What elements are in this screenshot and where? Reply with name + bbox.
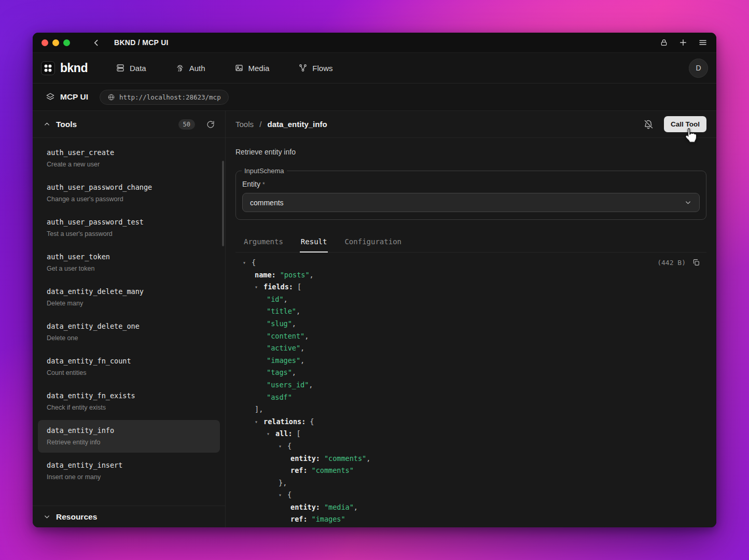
minimize-window-button[interactable] (52, 39, 59, 46)
json-str: "comments" (312, 466, 354, 474)
tool-list-item[interactable]: auth_user_password_test Test a user's pa… (38, 212, 220, 244)
tool-description: Create a new user (47, 160, 211, 169)
json-key: ref: (290, 466, 308, 474)
json-key: entity: (290, 454, 320, 463)
tool-list-item[interactable]: data_entity_insert Insert one or many (38, 455, 220, 487)
collapse-arrow-icon[interactable]: ▾ (255, 281, 263, 293)
entity-label-text: Entity (242, 180, 260, 188)
tool-name: auth_user_create (47, 148, 211, 157)
collapse-arrow-icon[interactable]: ▾ (255, 416, 263, 428)
tool-description-text: Retrieve entity info (235, 148, 706, 157)
tool-name: data_entity_delete_one (47, 322, 211, 331)
copy-icon[interactable] (692, 258, 700, 267)
tab-arguments[interactable]: Arguments (243, 232, 284, 252)
tool-list-item[interactable]: auth_user_password_change Change a user'… (38, 177, 220, 209)
nav-item-auth[interactable]: Auth (175, 63, 205, 73)
json-line: ref:"images" (243, 513, 706, 526)
nav-item-media[interactable]: Media (234, 63, 270, 73)
tools-list: auth_user_create Create a new user auth_… (33, 138, 225, 506)
tool-detail-header: Tools / data_entity_info Call Tool (226, 111, 716, 138)
json-line: entity:"comments", (243, 453, 706, 465)
json-line: }, (243, 477, 706, 489)
bell-off-icon[interactable] (643, 119, 654, 130)
json-punct: { (252, 258, 256, 267)
json-punct: [ (297, 429, 301, 438)
image-icon (234, 63, 244, 73)
tool-description: Count entities (47, 369, 211, 377)
result-tabs: Arguments Result Configuration (235, 232, 706, 253)
tool-name: data_entity_fn_exists (47, 391, 211, 400)
collapse-arrow-icon[interactable]: ▾ (279, 440, 287, 453)
chevron-down-icon (684, 199, 692, 206)
app-navbar: bknd Data Auth Media Flows (33, 53, 716, 83)
json-punct: , (300, 356, 304, 365)
breadcrumb-root[interactable]: Tools (235, 120, 254, 129)
collapse-arrow-icon[interactable]: ▾ (243, 257, 252, 269)
json-punct: { (287, 491, 292, 499)
json-line: ▾{ (243, 440, 706, 453)
breadcrumb: Tools / data_entity_info (235, 120, 327, 129)
lock-icon[interactable] (660, 38, 668, 47)
result-size-label: (442 B) (657, 259, 686, 267)
json-str: "active" (267, 344, 300, 352)
collapse-arrow-icon[interactable]: ▾ (267, 428, 275, 440)
json-line: "users_id", (243, 379, 706, 391)
json-line: ref:"comments" (243, 465, 706, 477)
mcp-url-pill[interactable]: http://localhost:28623/mcp (100, 90, 229, 105)
json-str: "tags" (267, 368, 292, 376)
json-punct: ], (255, 405, 263, 413)
json-punct: , (304, 332, 309, 340)
tool-list-item[interactable]: data_entity_info Retrieve entity info (38, 420, 220, 453)
tool-list-item[interactable]: data_entity_delete_many Delete many (38, 281, 220, 314)
tool-name: auth_user_token (47, 253, 211, 261)
close-window-button[interactable] (41, 39, 48, 46)
tool-detail-panel: Tools / data_entity_info Call Tool Retri… (226, 111, 716, 527)
header-actions: Call Tool (643, 116, 706, 132)
bknd-logo[interactable]: bknd (41, 61, 88, 75)
tool-list-item[interactable]: auth_user_token Get a user token (38, 246, 220, 279)
json-line: "content", (243, 330, 706, 343)
tools-section-header[interactable]: Tools 50 (33, 111, 225, 138)
json-str: "content" (267, 332, 304, 340)
json-punct: , (354, 503, 358, 511)
json-line: ▾relations:{ (243, 416, 706, 428)
sidebar-scrollbar[interactable] (222, 161, 224, 246)
tool-list-item[interactable]: data_entity_delete_one Delete one (38, 316, 220, 348)
nav-item-data[interactable]: Data (116, 63, 146, 73)
nav-label: Flows (312, 64, 332, 73)
call-tool-button[interactable]: Call Tool (664, 116, 706, 132)
resources-section-title: Resources (56, 512, 97, 522)
tab-configuration[interactable]: Configuration (343, 232, 403, 252)
mcp-url: http://localhost:28623/mcp (119, 93, 221, 101)
maximize-window-button[interactable] (63, 39, 70, 46)
chevron-up-icon (43, 120, 51, 128)
hamburger-menu-icon[interactable] (698, 38, 708, 47)
tab-result[interactable]: Result (300, 232, 328, 252)
nav-item-flows[interactable]: Flows (298, 63, 332, 73)
entity-select[interactable]: comments (242, 193, 700, 212)
json-line: name:"posts", (243, 269, 706, 282)
mcp-subheader: MCP UI http://localhost:28623/mcp (33, 83, 716, 111)
tool-list-item[interactable]: data_entity_fn_count Count entities (38, 351, 220, 383)
desktop-background: BKND / MCP UI bknd Data Auth (0, 0, 749, 560)
json-key: fields: (263, 283, 293, 291)
nav-label: Data (130, 64, 146, 73)
tool-list-item[interactable]: auth_user_create Create a new user (38, 142, 220, 175)
globe-icon (107, 93, 115, 101)
user-avatar[interactable]: D (689, 59, 708, 78)
plus-icon[interactable] (678, 38, 688, 47)
collapse-arrow-icon[interactable]: ▾ (279, 489, 287, 501)
refresh-icon[interactable] (206, 120, 215, 129)
nav-label: Media (248, 64, 270, 73)
bknd-logo-icon (41, 61, 55, 75)
chevron-down-icon (43, 513, 51, 521)
required-marker: * (262, 181, 265, 188)
back-button[interactable] (92, 38, 101, 47)
resources-section-header[interactable]: Resources (33, 506, 225, 527)
json-punct: , (292, 368, 296, 376)
json-line: "title", (243, 305, 706, 318)
json-line: "asdf" (243, 391, 706, 404)
tool-list-item[interactable]: data_entity_fn_exists Check if entity ex… (38, 385, 220, 418)
json-str: "slug" (267, 319, 292, 328)
json-line: ▾all:[ (243, 428, 706, 440)
